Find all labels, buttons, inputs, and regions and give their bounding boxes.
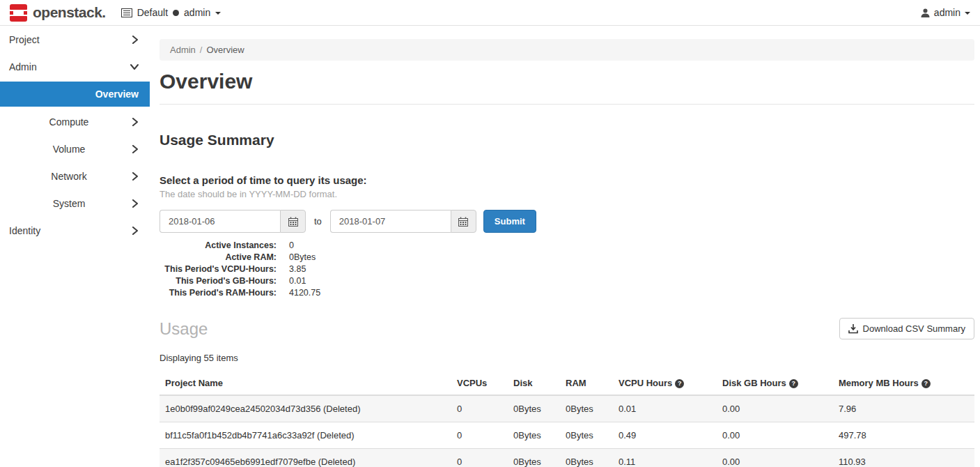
sidebar-item-network[interactable]: Network — [0, 162, 150, 190]
col-ram: RAM — [560, 372, 613, 395]
date-to-group — [330, 210, 476, 233]
col-vcpu-hours: VCPU Hours? — [613, 372, 717, 395]
to-label: to — [314, 216, 322, 227]
breadcrumb-overview: Overview — [206, 45, 244, 55]
openstack-brand[interactable]: openstack. — [10, 4, 106, 22]
help-icon[interactable]: ? — [789, 379, 798, 388]
sidebar-item-identity[interactable]: Identity — [0, 217, 150, 244]
chevron-right-icon — [132, 227, 139, 235]
sidebar-item-volume[interactable]: Volume — [0, 135, 150, 162]
brand-text: openstack. — [33, 4, 106, 21]
calendar-icon — [288, 217, 298, 227]
date-from-calendar-addon[interactable] — [280, 210, 306, 233]
date-from-group — [160, 210, 306, 233]
user-name: admin — [934, 7, 960, 18]
openstack-logo-icon — [10, 4, 27, 22]
date-to-calendar-addon[interactable] — [451, 210, 476, 233]
col-disk: Disk — [508, 372, 560, 395]
table-row: bf11c5fa0f1b452db4b7741a6c33a92f (Delete… — [160, 422, 974, 449]
help-icon[interactable]: ? — [921, 379, 931, 388]
period-prompt: Select a period of time to query its usa… — [160, 174, 974, 186]
date-to-input[interactable] — [330, 210, 451, 233]
stat-gb-hours: This Period's GB-Hours: 0.01 — [160, 275, 974, 287]
sidebar-item-project[interactable]: Project — [0, 26, 150, 53]
chevron-down-icon — [130, 63, 139, 70]
title-divider — [160, 104, 974, 105]
stat-active-instances: Active Instances: 0 — [160, 240, 974, 252]
main-content: Admin/Overview Overview Usage Summary Se… — [150, 26, 980, 467]
breadcrumb: Admin/Overview — [160, 39, 974, 61]
stat-vcpu-hours: This Period's VCPU-Hours: 3.85 — [160, 263, 974, 275]
items-count: Displaying 55 items — [160, 353, 974, 363]
download-icon — [848, 324, 858, 334]
page-title: Overview — [160, 70, 974, 93]
chevron-right-icon — [132, 172, 139, 181]
download-csv-button[interactable]: Download CSV Summary — [839, 318, 974, 339]
caret-down-icon — [965, 12, 970, 15]
help-icon[interactable]: ? — [675, 379, 684, 388]
sidebar-item-admin[interactable]: Admin — [0, 53, 150, 80]
sidebar-item-overview[interactable]: Overview — [0, 82, 150, 107]
table-row: ea1f2f357c09465eb6991edf7079efbe (Delete… — [160, 449, 974, 467]
cell-project-name: ea1f2f357c09465eb6991edf7079efbe (Delete… — [160, 449, 451, 467]
usage-summary-heading: Usage Summary — [160, 132, 974, 148]
breadcrumb-separator: / — [200, 45, 203, 55]
chevron-right-icon — [132, 36, 139, 44]
usage-table: Project Name VCPUs Disk RAM VCPU Hours? … — [160, 372, 974, 467]
usage-stats: Active Instances: 0 Active RAM: 0Bytes T… — [160, 240, 974, 299]
project-dot-icon — [173, 10, 179, 16]
chevron-right-icon — [132, 145, 139, 153]
cell-project-name: bf11c5fa0f1b452db4b7741a6c33a92f (Delete… — [160, 422, 451, 449]
table-row: 1e0b0f99af0249cea24502034d73d356 (Delete… — [160, 395, 974, 422]
col-project-name: Project Name — [160, 372, 451, 395]
domain-list-icon — [121, 8, 132, 17]
date-from-input[interactable] — [160, 210, 280, 233]
top-navbar: openstack. Default admin admin — [0, 0, 980, 26]
col-disk-gb-hours: Disk GB Hours? — [717, 372, 833, 395]
sidebar-item-compute[interactable]: Compute — [0, 108, 150, 135]
user-menu-dropdown[interactable]: admin — [921, 7, 970, 18]
user-icon — [921, 8, 930, 17]
usage-table-header: Usage Download CSV Summary — [160, 318, 974, 339]
breadcrumb-admin[interactable]: Admin — [170, 45, 196, 55]
caret-down-icon — [215, 12, 221, 15]
sidebar-item-system[interactable]: System — [0, 190, 150, 217]
project-name: admin — [184, 7, 210, 18]
period-hint: The date should be in YYYY-MM-DD format. — [160, 189, 974, 199]
chevron-right-icon — [132, 199, 139, 208]
date-range-form: to Submit — [160, 210, 974, 233]
domain-name: Default — [137, 7, 168, 18]
col-memory-mb-hours: Memory MB Hours? — [833, 372, 974, 395]
stat-active-ram: Active RAM: 0Bytes — [160, 252, 974, 263]
stat-ram-hours: This Period's RAM-Hours: 4120.75 — [160, 287, 974, 299]
chevron-right-icon — [132, 118, 139, 126]
context-switcher-dropdown[interactable]: Default admin — [121, 7, 221, 18]
calendar-icon — [458, 217, 468, 227]
sidebar-nav: Project Admin Overview Compute Volume Ne… — [0, 26, 150, 467]
submit-button[interactable]: Submit — [483, 210, 536, 233]
table-header-row: Project Name VCPUs Disk RAM VCPU Hours? … — [160, 372, 974, 395]
col-vcpus: VCPUs — [451, 372, 508, 395]
cell-project-name: 1e0b0f99af0249cea24502034d73d356 (Delete… — [160, 395, 451, 422]
usage-heading: Usage — [160, 319, 208, 339]
